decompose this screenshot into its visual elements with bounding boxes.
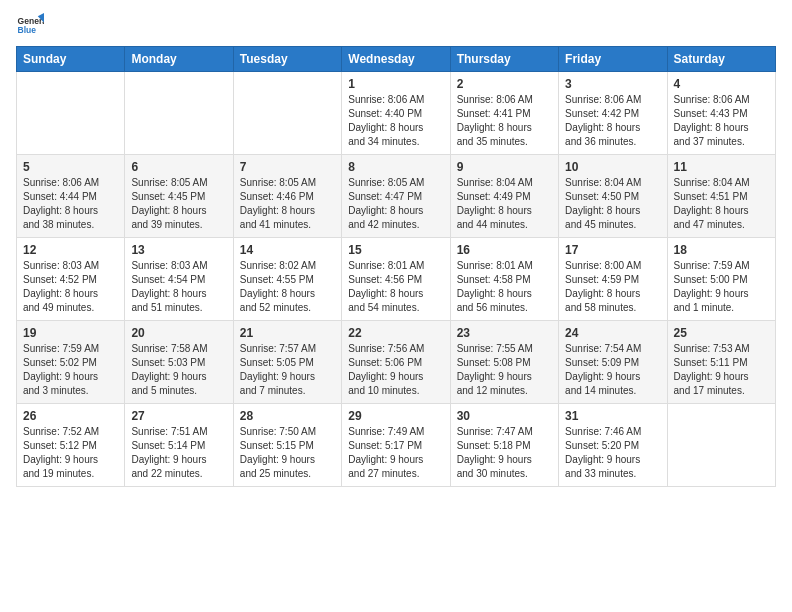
calendar-cell-4-0: 26Sunrise: 7:52 AM Sunset: 5:12 PM Dayli… bbox=[17, 404, 125, 487]
day-info: Sunrise: 7:47 AM Sunset: 5:18 PM Dayligh… bbox=[457, 425, 552, 481]
day-info: Sunrise: 7:49 AM Sunset: 5:17 PM Dayligh… bbox=[348, 425, 443, 481]
day-info: Sunrise: 8:04 AM Sunset: 4:51 PM Dayligh… bbox=[674, 176, 769, 232]
day-number: 3 bbox=[565, 77, 660, 91]
day-number: 25 bbox=[674, 326, 769, 340]
page: General Blue SundayMondayTuesdayWednesda… bbox=[0, 0, 792, 612]
calendar-cell-0-2 bbox=[233, 72, 341, 155]
weekday-header-row: SundayMondayTuesdayWednesdayThursdayFrid… bbox=[17, 47, 776, 72]
day-number: 2 bbox=[457, 77, 552, 91]
day-number: 31 bbox=[565, 409, 660, 423]
weekday-header-friday: Friday bbox=[559, 47, 667, 72]
day-number: 18 bbox=[674, 243, 769, 257]
calendar-cell-1-2: 7Sunrise: 8:05 AM Sunset: 4:46 PM Daylig… bbox=[233, 155, 341, 238]
calendar-cell-2-0: 12Sunrise: 8:03 AM Sunset: 4:52 PM Dayli… bbox=[17, 238, 125, 321]
day-info: Sunrise: 7:50 AM Sunset: 5:15 PM Dayligh… bbox=[240, 425, 335, 481]
calendar-cell-0-1 bbox=[125, 72, 233, 155]
calendar-cell-3-3: 22Sunrise: 7:56 AM Sunset: 5:06 PM Dayli… bbox=[342, 321, 450, 404]
day-number: 7 bbox=[240, 160, 335, 174]
calendar-cell-3-1: 20Sunrise: 7:58 AM Sunset: 5:03 PM Dayli… bbox=[125, 321, 233, 404]
day-info: Sunrise: 7:54 AM Sunset: 5:09 PM Dayligh… bbox=[565, 342, 660, 398]
day-info: Sunrise: 7:52 AM Sunset: 5:12 PM Dayligh… bbox=[23, 425, 118, 481]
calendar-cell-2-5: 17Sunrise: 8:00 AM Sunset: 4:59 PM Dayli… bbox=[559, 238, 667, 321]
week-row-3: 19Sunrise: 7:59 AM Sunset: 5:02 PM Dayli… bbox=[17, 321, 776, 404]
calendar-cell-2-1: 13Sunrise: 8:03 AM Sunset: 4:54 PM Dayli… bbox=[125, 238, 233, 321]
day-number: 29 bbox=[348, 409, 443, 423]
day-number: 8 bbox=[348, 160, 443, 174]
day-info: Sunrise: 8:06 AM Sunset: 4:43 PM Dayligh… bbox=[674, 93, 769, 149]
day-info: Sunrise: 8:03 AM Sunset: 4:52 PM Dayligh… bbox=[23, 259, 118, 315]
day-number: 30 bbox=[457, 409, 552, 423]
day-info: Sunrise: 7:46 AM Sunset: 5:20 PM Dayligh… bbox=[565, 425, 660, 481]
day-info: Sunrise: 8:01 AM Sunset: 4:56 PM Dayligh… bbox=[348, 259, 443, 315]
week-row-1: 5Sunrise: 8:06 AM Sunset: 4:44 PM Daylig… bbox=[17, 155, 776, 238]
calendar-cell-1-1: 6Sunrise: 8:05 AM Sunset: 4:45 PM Daylig… bbox=[125, 155, 233, 238]
week-row-0: 1Sunrise: 8:06 AM Sunset: 4:40 PM Daylig… bbox=[17, 72, 776, 155]
calendar-cell-3-2: 21Sunrise: 7:57 AM Sunset: 5:05 PM Dayli… bbox=[233, 321, 341, 404]
day-info: Sunrise: 8:03 AM Sunset: 4:54 PM Dayligh… bbox=[131, 259, 226, 315]
calendar-cell-1-4: 9Sunrise: 8:04 AM Sunset: 4:49 PM Daylig… bbox=[450, 155, 558, 238]
calendar-cell-3-5: 24Sunrise: 7:54 AM Sunset: 5:09 PM Dayli… bbox=[559, 321, 667, 404]
day-number: 10 bbox=[565, 160, 660, 174]
calendar-cell-1-5: 10Sunrise: 8:04 AM Sunset: 4:50 PM Dayli… bbox=[559, 155, 667, 238]
day-info: Sunrise: 8:06 AM Sunset: 4:42 PM Dayligh… bbox=[565, 93, 660, 149]
day-info: Sunrise: 8:04 AM Sunset: 4:49 PM Dayligh… bbox=[457, 176, 552, 232]
day-number: 1 bbox=[348, 77, 443, 91]
day-info: Sunrise: 8:01 AM Sunset: 4:58 PM Dayligh… bbox=[457, 259, 552, 315]
day-number: 12 bbox=[23, 243, 118, 257]
day-number: 17 bbox=[565, 243, 660, 257]
day-number: 16 bbox=[457, 243, 552, 257]
calendar-cell-2-6: 18Sunrise: 7:59 AM Sunset: 5:00 PM Dayli… bbox=[667, 238, 775, 321]
day-number: 20 bbox=[131, 326, 226, 340]
calendar-cell-4-4: 30Sunrise: 7:47 AM Sunset: 5:18 PM Dayli… bbox=[450, 404, 558, 487]
day-info: Sunrise: 8:02 AM Sunset: 4:55 PM Dayligh… bbox=[240, 259, 335, 315]
day-number: 13 bbox=[131, 243, 226, 257]
day-info: Sunrise: 7:53 AM Sunset: 5:11 PM Dayligh… bbox=[674, 342, 769, 398]
day-info: Sunrise: 8:06 AM Sunset: 4:44 PM Dayligh… bbox=[23, 176, 118, 232]
calendar-cell-3-0: 19Sunrise: 7:59 AM Sunset: 5:02 PM Dayli… bbox=[17, 321, 125, 404]
day-number: 11 bbox=[674, 160, 769, 174]
day-number: 23 bbox=[457, 326, 552, 340]
day-info: Sunrise: 8:05 AM Sunset: 4:46 PM Dayligh… bbox=[240, 176, 335, 232]
calendar-cell-0-6: 4Sunrise: 8:06 AM Sunset: 4:43 PM Daylig… bbox=[667, 72, 775, 155]
day-info: Sunrise: 7:55 AM Sunset: 5:08 PM Dayligh… bbox=[457, 342, 552, 398]
week-row-2: 12Sunrise: 8:03 AM Sunset: 4:52 PM Dayli… bbox=[17, 238, 776, 321]
day-info: Sunrise: 7:51 AM Sunset: 5:14 PM Dayligh… bbox=[131, 425, 226, 481]
calendar-cell-1-0: 5Sunrise: 8:06 AM Sunset: 4:44 PM Daylig… bbox=[17, 155, 125, 238]
calendar-cell-2-3: 15Sunrise: 8:01 AM Sunset: 4:56 PM Dayli… bbox=[342, 238, 450, 321]
day-info: Sunrise: 8:04 AM Sunset: 4:50 PM Dayligh… bbox=[565, 176, 660, 232]
day-number: 15 bbox=[348, 243, 443, 257]
weekday-header-tuesday: Tuesday bbox=[233, 47, 341, 72]
logo: General Blue bbox=[16, 10, 48, 38]
calendar-cell-0-0 bbox=[17, 72, 125, 155]
calendar-cell-1-3: 8Sunrise: 8:05 AM Sunset: 4:47 PM Daylig… bbox=[342, 155, 450, 238]
weekday-header-saturday: Saturday bbox=[667, 47, 775, 72]
day-number: 22 bbox=[348, 326, 443, 340]
weekday-header-thursday: Thursday bbox=[450, 47, 558, 72]
calendar-table: SundayMondayTuesdayWednesdayThursdayFrid… bbox=[16, 46, 776, 487]
calendar-cell-3-6: 25Sunrise: 7:53 AM Sunset: 5:11 PM Dayli… bbox=[667, 321, 775, 404]
day-info: Sunrise: 8:00 AM Sunset: 4:59 PM Dayligh… bbox=[565, 259, 660, 315]
calendar-cell-4-5: 31Sunrise: 7:46 AM Sunset: 5:20 PM Dayli… bbox=[559, 404, 667, 487]
day-info: Sunrise: 7:56 AM Sunset: 5:06 PM Dayligh… bbox=[348, 342, 443, 398]
day-number: 28 bbox=[240, 409, 335, 423]
day-number: 24 bbox=[565, 326, 660, 340]
day-info: Sunrise: 7:57 AM Sunset: 5:05 PM Dayligh… bbox=[240, 342, 335, 398]
logo-icon: General Blue bbox=[16, 10, 44, 38]
day-info: Sunrise: 7:59 AM Sunset: 5:02 PM Dayligh… bbox=[23, 342, 118, 398]
day-info: Sunrise: 8:06 AM Sunset: 4:41 PM Dayligh… bbox=[457, 93, 552, 149]
calendar-cell-0-4: 2Sunrise: 8:06 AM Sunset: 4:41 PM Daylig… bbox=[450, 72, 558, 155]
calendar-cell-4-3: 29Sunrise: 7:49 AM Sunset: 5:17 PM Dayli… bbox=[342, 404, 450, 487]
day-number: 6 bbox=[131, 160, 226, 174]
calendar-cell-4-1: 27Sunrise: 7:51 AM Sunset: 5:14 PM Dayli… bbox=[125, 404, 233, 487]
calendar-cell-4-6 bbox=[667, 404, 775, 487]
weekday-header-wednesday: Wednesday bbox=[342, 47, 450, 72]
day-number: 4 bbox=[674, 77, 769, 91]
day-info: Sunrise: 7:58 AM Sunset: 5:03 PM Dayligh… bbox=[131, 342, 226, 398]
weekday-header-sunday: Sunday bbox=[17, 47, 125, 72]
day-info: Sunrise: 8:06 AM Sunset: 4:40 PM Dayligh… bbox=[348, 93, 443, 149]
calendar-cell-3-4: 23Sunrise: 7:55 AM Sunset: 5:08 PM Dayli… bbox=[450, 321, 558, 404]
calendar-cell-2-4: 16Sunrise: 8:01 AM Sunset: 4:58 PM Dayli… bbox=[450, 238, 558, 321]
day-info: Sunrise: 8:05 AM Sunset: 4:47 PM Dayligh… bbox=[348, 176, 443, 232]
day-number: 14 bbox=[240, 243, 335, 257]
header: General Blue bbox=[16, 10, 776, 38]
